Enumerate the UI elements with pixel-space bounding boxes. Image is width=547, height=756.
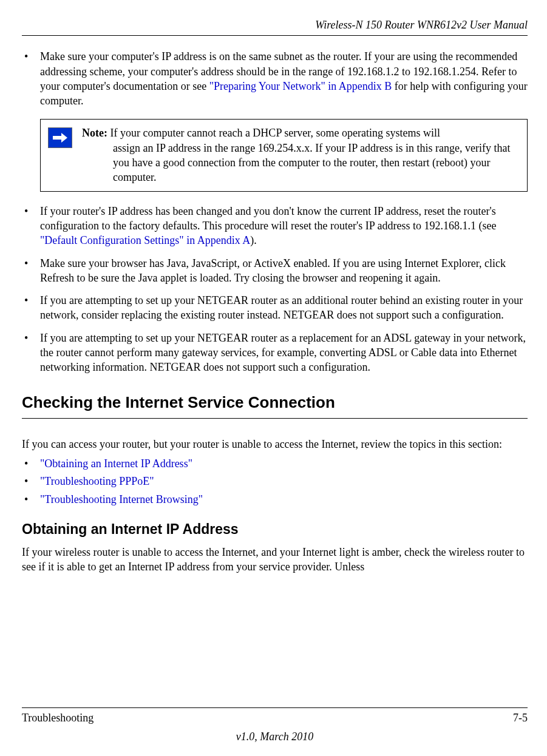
bullet-marker: • xyxy=(22,456,40,471)
note-box: Note: If your computer cannot reach a DH… xyxy=(40,119,528,191)
note-body: If your computer cannot reach a DHCP ser… xyxy=(110,127,440,139)
list-item-text: If you are attempting to set up your NET… xyxy=(40,331,528,375)
list-item: • "Troubleshooting Internet Browsing" xyxy=(22,492,528,507)
list-item: • If you are attempting to set up your N… xyxy=(22,293,528,323)
bullet-marker: • xyxy=(22,331,40,375)
list-item-text: If your router's IP address has been cha… xyxy=(40,204,528,248)
header-title: Wireless-N 150 Router WNR612v2 User Manu… xyxy=(22,18,528,32)
footer-section-name: Troubleshooting xyxy=(22,710,93,725)
section-heading: Checking the Internet Service Connection xyxy=(22,392,528,413)
bullet-marker: • xyxy=(22,256,40,286)
text-segment: ). xyxy=(250,234,257,246)
link-troubleshooting-browsing[interactable]: "Troubleshooting Internet Browsing" xyxy=(40,493,203,505)
section-rule xyxy=(22,418,528,419)
list-item: • If you are attempting to set up your N… xyxy=(22,331,528,375)
bullet-marker: • xyxy=(22,293,40,323)
note-icon-wrap xyxy=(48,126,80,184)
list-item: • "Obtaining an Internet IP Address" xyxy=(22,456,528,471)
list-item-text: Make sure your browser has Java, JavaScr… xyxy=(40,256,528,286)
footer-rule xyxy=(22,707,528,708)
link-preparing-network[interactable]: "Preparing Your Network" in Appendix B xyxy=(209,80,392,92)
list-item: • Make sure your computer's IP address i… xyxy=(22,49,528,108)
footer-page-number: 7-5 xyxy=(513,710,528,725)
content-area: • Make sure your computer's IP address i… xyxy=(22,49,528,574)
bullet-marker: • xyxy=(22,492,40,507)
list-item-text: If you are attempting to set up your NET… xyxy=(40,293,528,323)
arrow-right-icon xyxy=(48,127,72,148)
bullet-marker: • xyxy=(22,204,40,248)
header-rule xyxy=(22,35,528,36)
text-segment: If your router's IP address has been cha… xyxy=(40,205,497,232)
footer-version: v1.0, March 2010 xyxy=(22,729,528,744)
list-item: • "Troubleshooting PPPoE" xyxy=(22,474,528,488)
list-item: • If your router's IP address has been c… xyxy=(22,204,528,248)
link-default-config[interactable]: "Default Configuration Settings" in Appe… xyxy=(40,234,250,246)
subsection-heading: Obtaining an Internet IP Address xyxy=(22,520,528,539)
link-troubleshooting-pppoe[interactable]: "Troubleshooting PPPoE" xyxy=(40,475,154,487)
list-item: • Make sure your browser has Java, JavaS… xyxy=(22,256,528,286)
list-item-text: Make sure your computer's IP address is … xyxy=(40,49,528,108)
link-obtaining-ip[interactable]: "Obtaining an Internet IP Address" xyxy=(40,457,192,470)
bullet-marker: • xyxy=(22,49,40,108)
bullet-marker: • xyxy=(22,474,40,488)
section-intro: If you can access your router, but your … xyxy=(22,437,528,451)
note-continuation: assign an IP address in the range 169.25… xyxy=(82,141,521,185)
footer: Troubleshooting 7-5 v1.0, March 2010 xyxy=(22,707,528,744)
subsection-para: If your wireless router is unable to acc… xyxy=(22,545,528,575)
note-label: Note: xyxy=(82,127,110,139)
note-text: Note: If your computer cannot reach a DH… xyxy=(80,126,521,184)
link-list: • "Obtaining an Internet IP Address" • "… xyxy=(22,456,528,507)
